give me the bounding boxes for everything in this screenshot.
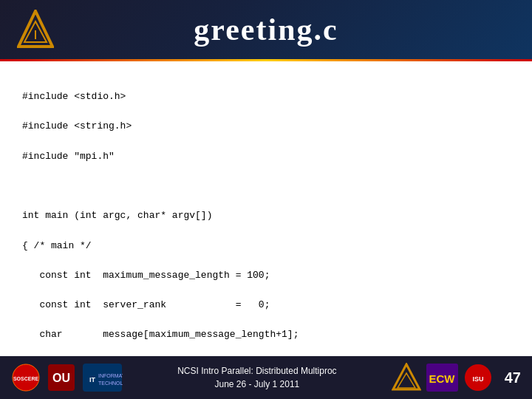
- ecw-logo-icon: ECW: [426, 363, 459, 392]
- svg-text:OU: OU: [52, 372, 70, 384]
- page-number: 47: [505, 369, 521, 386]
- svg-text:ISU: ISU: [472, 375, 483, 383]
- triangle-logo-icon: [17, 10, 54, 50]
- footer-logos-left: SOSCERE OU IT INFORMATION TECHNOLOGY: [11, 363, 123, 392]
- triangle-footer-logo-icon: [392, 363, 421, 392]
- open-brace: { /* main */: [22, 239, 510, 253]
- footer: SOSCERE OU IT INFORMATION TECHNOLOGY NCS…: [0, 356, 532, 399]
- svg-text:INFORMATION: INFORMATION: [98, 373, 123, 378]
- header-logo: [15, 7, 55, 52]
- footer-line1: NCSI Intro Parallel: Distributed Multipr…: [177, 364, 336, 378]
- footer-line2: June 26 - July 1 2011: [177, 378, 336, 391]
- var-line-1: const int maximum_message_length = 100;: [22, 268, 510, 283]
- soscere-logo-icon: SOSCERE: [11, 363, 41, 392]
- svg-text:TECHNOLOGY: TECHNOLOGY: [98, 381, 123, 386]
- svg-text:SOSCERE: SOSCERE: [13, 376, 39, 381]
- var-line-2: const int server_rank = 0;: [22, 298, 510, 313]
- header: greeting.c: [0, 0, 532, 59]
- blank-line-1: [22, 179, 510, 194]
- svg-text:IT: IT: [89, 376, 96, 383]
- include-line-1: #include <stdio.h>: [22, 89, 510, 104]
- include-line-3: #include "mpi.h": [22, 149, 510, 164]
- var-line-3: char message[maximum_message_length+1];: [22, 327, 510, 342]
- footer-logos-right: ECW ISU 47: [392, 363, 521, 392]
- ou-logo-icon: OU: [47, 363, 76, 392]
- page-title: greeting.c: [194, 12, 338, 47]
- svg-text:ECW: ECW: [429, 372, 455, 385]
- include-line-2: #include <string.h>: [22, 119, 510, 134]
- code-block: #include <stdio.h> #include <string.h> #…: [22, 75, 510, 399]
- it-logo-icon: IT INFORMATION TECHNOLOGY: [82, 363, 123, 392]
- main-signature: int main (int argc, char* argv[]): [22, 208, 510, 223]
- isu-logo-icon: ISU: [463, 363, 493, 392]
- main-content: #include <stdio.h> #include <string.h> #…: [0, 61, 532, 399]
- footer-center-text: NCSI Intro Parallel: Distributed Multipr…: [177, 364, 336, 391]
